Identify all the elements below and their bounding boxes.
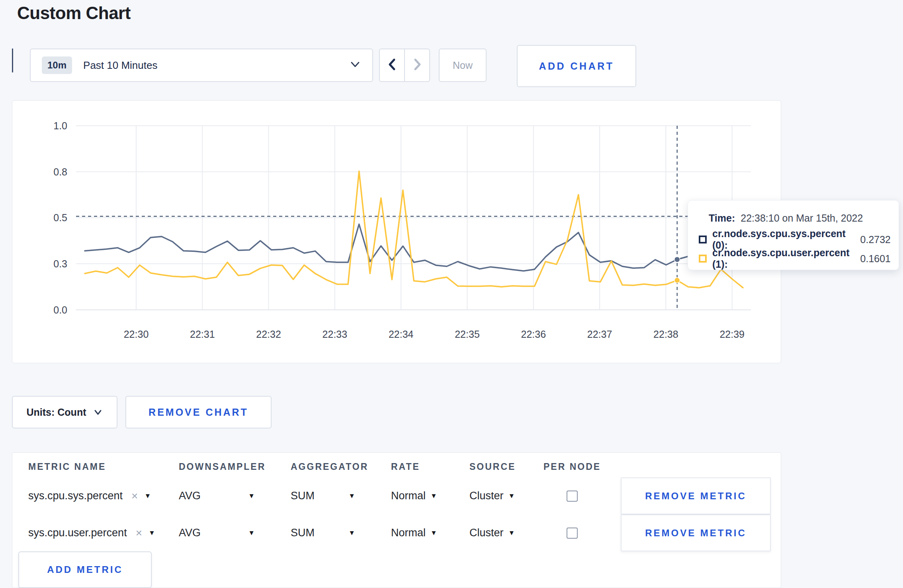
rate-select[interactable]: Normal ▼: [391, 527, 469, 539]
chevron-down-icon: [93, 407, 103, 418]
x-tick-label: 22:31: [190, 329, 215, 340]
downsampler-value: AVG: [179, 527, 201, 539]
metric-name: sys.cpu.sys.percent: [28, 490, 123, 502]
tooltip-series-row: cr.node.sys.cpu.sys.percent (0): 0.2732: [699, 233, 891, 246]
tooltip-time-value: 22:38:10 on Mar 15th, 2022: [741, 212, 863, 224]
per-node-checkbox[interactable]: [567, 528, 578, 539]
y-gridlines: 0.00.30.50.81.0: [53, 120, 751, 315]
chart-tooltip: Time: 22:38:10 on Mar 15th, 2022 cr.node…: [688, 200, 899, 270]
per-node-checkbox[interactable]: [567, 491, 578, 502]
y-tick-label: 0.0: [53, 304, 67, 315]
x-tick-label: 22:37: [587, 329, 612, 340]
dropdown-caret-icon[interactable]: ▼: [149, 529, 155, 537]
rate-value: Normal: [391, 490, 426, 502]
aggregator-select[interactable]: SUM ▼: [291, 527, 391, 539]
col-header-aggregator: AGGREGATOR: [291, 461, 391, 472]
chart-card: 0.00.30.50.81.022:3022:3122:3222:3322:34…: [12, 100, 781, 363]
tooltip-series-label: cr.node.sys.cpu.user.percent (1):: [712, 247, 855, 270]
clear-metric-icon[interactable]: ×: [136, 527, 142, 539]
now-button[interactable]: Now: [439, 49, 487, 82]
page-title: Custom Chart: [17, 3, 131, 23]
dropdown-caret-icon: ▼: [508, 492, 515, 500]
source-select[interactable]: Cluster ▼: [469, 490, 543, 502]
downsampler-select[interactable]: AVG ▼: [179, 490, 291, 502]
tooltip-series-row: cr.node.sys.cpu.user.percent (1): 0.1601: [699, 252, 891, 265]
dropdown-caret-icon: ▼: [248, 492, 255, 500]
time-range-pager: [379, 49, 430, 82]
aggregator-value: SUM: [291, 527, 315, 539]
series-line-1: [85, 171, 743, 288]
downsampler-value: AVG: [179, 490, 201, 502]
dropdown-caret-icon: ▼: [508, 529, 515, 537]
dropdown-caret-icon: ▼: [430, 529, 437, 537]
time-range-label: Past 10 Minutes: [83, 59, 157, 72]
y-tick-label: 1.0: [53, 120, 67, 131]
dropdown-caret-icon: ▼: [348, 492, 355, 500]
col-header-source: SOURCE: [469, 461, 543, 472]
timeseries-chart[interactable]: 0.00.30.50.81.022:3022:3122:3222:3322:34…: [12, 101, 781, 363]
dropdown-caret-icon: ▼: [248, 529, 255, 537]
custom-chart-page: Custom Chart 10m Past 10 Minutes Now ADD…: [0, 0, 903, 588]
prev-range-button[interactable]: [380, 49, 405, 81]
col-header-per-node: PER NODE: [543, 461, 621, 472]
aggregator-value: SUM: [291, 490, 315, 502]
source-select[interactable]: Cluster ▼: [469, 527, 543, 539]
source-value: Cluster: [469, 527, 504, 539]
chevron-down-icon: [349, 60, 361, 70]
x-tick-label: 22:32: [256, 329, 281, 340]
series-swatch-sys: [699, 236, 707, 243]
chevron-right-icon: [412, 58, 422, 73]
metric-row: sys.cpu.user.percent × ▼ AVG ▼ SUM ▼ Nor…: [12, 514, 781, 551]
time-range-dropdown[interactable]: 10m Past 10 Minutes: [30, 49, 373, 82]
metric-select[interactable]: sys.cpu.sys.percent × ▼: [28, 490, 179, 502]
source-value: Cluster: [469, 490, 504, 502]
dropdown-caret-icon[interactable]: ▼: [144, 492, 151, 500]
add-metric-button[interactable]: ADD METRIC: [18, 551, 152, 588]
col-header-metric-name: METRIC NAME: [28, 461, 179, 472]
metric-row: sys.cpu.sys.percent × ▼ AVG ▼ SUM ▼ Norm…: [12, 477, 781, 514]
metric-name: sys.cpu.user.percent: [28, 527, 127, 539]
x-tick-label: 22:34: [389, 329, 414, 340]
metrics-table-card: METRIC NAME DOWNSAMPLER AGGREGATOR RATE …: [12, 452, 781, 588]
hover-point-0: [674, 257, 680, 262]
x-tick-label: 22:35: [455, 329, 480, 340]
tooltip-series-value: 0.1601: [860, 253, 891, 265]
next-range-button[interactable]: [405, 49, 429, 81]
tooltip-time: Time: 22:38:10 on Mar 15th, 2022: [709, 212, 891, 224]
remove-chart-button[interactable]: REMOVE CHART: [125, 396, 272, 428]
aggregator-select[interactable]: SUM ▼: [291, 490, 391, 502]
units-dropdown[interactable]: Units: Count: [12, 396, 117, 428]
x-tick-label: 22:39: [719, 329, 745, 340]
x-tick-label: 22:33: [322, 329, 348, 340]
y-tick-label: 0.3: [53, 258, 67, 269]
x-tick-label: 22:38: [653, 329, 678, 340]
downsampler-select[interactable]: AVG ▼: [179, 527, 291, 539]
hover-point-1: [674, 278, 680, 283]
remove-metric-button[interactable]: REMOVE METRIC: [621, 514, 771, 551]
remove-metric-button[interactable]: REMOVE METRIC: [621, 477, 771, 514]
time-range-badge: 10m: [42, 56, 72, 74]
chevron-left-icon: [387, 58, 397, 73]
toolbar-left-rule: [12, 49, 13, 72]
metrics-table-header: METRIC NAME DOWNSAMPLER AGGREGATOR RATE …: [12, 453, 781, 477]
series-swatch-user: [699, 255, 707, 263]
metric-select[interactable]: sys.cpu.user.percent × ▼: [28, 527, 179, 539]
dropdown-caret-icon: ▼: [348, 529, 355, 537]
x-tick-label: 22:30: [124, 329, 149, 340]
add-chart-button[interactable]: ADD CHART: [517, 45, 636, 87]
col-header-downsampler: DOWNSAMPLER: [179, 461, 291, 472]
rate-value: Normal: [391, 527, 426, 539]
rate-select[interactable]: Normal ▼: [391, 490, 469, 502]
tooltip-time-label: Time:: [709, 212, 735, 224]
x-gridlines: 22:3022:3122:3222:3322:3422:3522:3622:37…: [124, 126, 745, 340]
tooltip-series-value: 0.2732: [860, 234, 891, 245]
y-tick-label: 0.5: [53, 212, 67, 223]
y-tick-label: 0.8: [53, 166, 67, 177]
dropdown-caret-icon: ▼: [430, 492, 437, 500]
x-tick-label: 22:36: [521, 329, 546, 340]
clear-metric-icon[interactable]: ×: [131, 490, 138, 502]
units-label: Units: Count: [27, 407, 86, 418]
col-header-rate: RATE: [391, 461, 469, 472]
